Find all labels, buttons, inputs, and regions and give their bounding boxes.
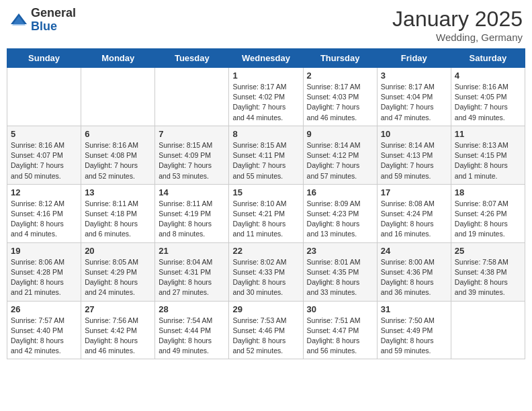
calendar-cell: 28Sunrise: 7:54 AMSunset: 4:44 PMDayligh…	[155, 301, 229, 359]
calendar-cell: 22Sunrise: 8:02 AMSunset: 4:33 PMDayligh…	[229, 242, 303, 301]
day-number: 20	[85, 246, 151, 256]
calendar-cell: 31Sunrise: 7:50 AMSunset: 4:49 PMDayligh…	[377, 301, 451, 359]
calendar-cell: 21Sunrise: 8:04 AMSunset: 4:31 PMDayligh…	[155, 242, 229, 301]
calendar-week-row: 5Sunrise: 8:16 AMSunset: 4:07 PMDaylight…	[7, 126, 525, 184]
day-number: 24	[381, 246, 447, 256]
day-number: 2	[307, 71, 373, 81]
day-info: Sunrise: 8:12 AMSunset: 4:16 PMDaylight:…	[11, 199, 77, 240]
day-info: Sunrise: 8:14 AMSunset: 4:13 PMDaylight:…	[381, 140, 447, 181]
calendar-title: January 2025	[392, 7, 523, 32]
logo-blue-text: Blue	[31, 20, 76, 34]
weekday-header-monday: Monday	[81, 49, 155, 68]
day-number: 7	[159, 129, 225, 139]
calendar-cell	[81, 68, 155, 126]
weekday-header-row: SundayMondayTuesdayWednesdayThursdayFrid…	[7, 49, 525, 68]
calendar-cell: 5Sunrise: 8:16 AMSunset: 4:07 PMDaylight…	[7, 126, 81, 184]
day-info: Sunrise: 8:17 AMSunset: 4:03 PMDaylight:…	[307, 82, 373, 123]
page-header: General Blue January 2025 Wedding, Germa…	[7, 7, 525, 43]
day-number: 21	[159, 246, 225, 256]
day-info: Sunrise: 8:16 AMSunset: 4:05 PMDaylight:…	[455, 82, 521, 123]
calendar-cell: 12Sunrise: 8:12 AMSunset: 4:16 PMDayligh…	[7, 184, 81, 242]
calendar-cell: 19Sunrise: 8:06 AMSunset: 4:28 PMDayligh…	[7, 242, 81, 301]
calendar-cell: 25Sunrise: 7:58 AMSunset: 4:38 PMDayligh…	[451, 242, 525, 301]
calendar-cell: 13Sunrise: 8:11 AMSunset: 4:18 PMDayligh…	[81, 184, 155, 242]
day-number: 29	[232, 304, 299, 314]
day-info: Sunrise: 8:16 AMSunset: 4:08 PMDaylight:…	[85, 140, 151, 181]
day-number: 6	[85, 129, 151, 139]
day-info: Sunrise: 7:57 AMSunset: 4:40 PMDaylight:…	[11, 316, 77, 357]
calendar-cell: 4Sunrise: 8:16 AMSunset: 4:05 PMDaylight…	[451, 68, 525, 126]
day-number: 9	[307, 129, 373, 139]
calendar-cell: 6Sunrise: 8:16 AMSunset: 4:08 PMDaylight…	[81, 126, 155, 184]
calendar-cell: 2Sunrise: 8:17 AMSunset: 4:03 PMDaylight…	[303, 68, 377, 126]
calendar-cell: 23Sunrise: 8:01 AMSunset: 4:35 PMDayligh…	[303, 242, 377, 301]
calendar-cell: 8Sunrise: 8:15 AMSunset: 4:11 PMDaylight…	[229, 126, 303, 184]
day-info: Sunrise: 8:14 AMSunset: 4:12 PMDaylight:…	[307, 140, 373, 181]
day-number: 10	[381, 129, 447, 139]
day-info: Sunrise: 7:56 AMSunset: 4:42 PMDaylight:…	[85, 316, 151, 357]
calendar-week-row: 12Sunrise: 8:12 AMSunset: 4:16 PMDayligh…	[7, 184, 525, 242]
day-number: 27	[85, 304, 151, 314]
day-info: Sunrise: 8:06 AMSunset: 4:28 PMDaylight:…	[11, 257, 77, 298]
day-number: 28	[159, 304, 225, 314]
day-info: Sunrise: 8:07 AMSunset: 4:26 PMDaylight:…	[455, 199, 521, 240]
day-number: 3	[381, 71, 447, 81]
calendar-cell: 20Sunrise: 8:05 AMSunset: 4:29 PMDayligh…	[81, 242, 155, 301]
calendar-cell: 1Sunrise: 8:17 AMSunset: 4:02 PMDaylight…	[229, 68, 303, 126]
day-number: 11	[455, 129, 521, 139]
day-info: Sunrise: 8:17 AMSunset: 4:02 PMDaylight:…	[232, 82, 299, 123]
day-number: 19	[11, 246, 77, 256]
calendar-cell: 27Sunrise: 7:56 AMSunset: 4:42 PMDayligh…	[81, 301, 155, 359]
calendar-cell	[155, 68, 229, 126]
calendar-cell	[451, 301, 525, 359]
calendar-table: SundayMondayTuesdayWednesdayThursdayFrid…	[7, 48, 525, 359]
logo-text: General Blue	[31, 7, 76, 34]
calendar-cell: 16Sunrise: 8:09 AMSunset: 4:23 PMDayligh…	[303, 184, 377, 242]
weekday-header-wednesday: Wednesday	[229, 49, 303, 68]
day-info: Sunrise: 8:00 AMSunset: 4:36 PMDaylight:…	[381, 257, 447, 298]
day-info: Sunrise: 8:11 AMSunset: 4:18 PMDaylight:…	[85, 199, 151, 240]
day-number: 25	[455, 246, 521, 256]
day-number: 30	[307, 304, 373, 314]
logo-icon	[9, 11, 28, 30]
calendar-cell: 18Sunrise: 8:07 AMSunset: 4:26 PMDayligh…	[451, 184, 525, 242]
day-number: 31	[381, 304, 447, 314]
day-info: Sunrise: 8:09 AMSunset: 4:23 PMDaylight:…	[307, 199, 373, 240]
calendar-cell: 26Sunrise: 7:57 AMSunset: 4:40 PMDayligh…	[7, 301, 81, 359]
day-info: Sunrise: 8:13 AMSunset: 4:15 PMDaylight:…	[455, 140, 521, 181]
day-info: Sunrise: 7:58 AMSunset: 4:38 PMDaylight:…	[455, 257, 521, 298]
calendar-cell: 14Sunrise: 8:11 AMSunset: 4:19 PMDayligh…	[155, 184, 229, 242]
calendar-week-row: 26Sunrise: 7:57 AMSunset: 4:40 PMDayligh…	[7, 301, 525, 359]
day-number: 22	[232, 246, 299, 256]
logo-general: General	[31, 7, 76, 20]
day-number: 4	[455, 71, 521, 81]
day-info: Sunrise: 8:01 AMSunset: 4:35 PMDaylight:…	[307, 257, 373, 298]
day-number: 1	[232, 71, 299, 81]
calendar-cell: 29Sunrise: 7:53 AMSunset: 4:46 PMDayligh…	[229, 301, 303, 359]
day-info: Sunrise: 8:11 AMSunset: 4:19 PMDaylight:…	[159, 199, 225, 240]
calendar-subtitle: Wedding, Germany	[392, 32, 523, 43]
day-number: 15	[232, 187, 299, 197]
weekday-header-tuesday: Tuesday	[155, 49, 229, 68]
day-number: 13	[85, 187, 151, 197]
day-info: Sunrise: 7:54 AMSunset: 4:44 PMDaylight:…	[159, 316, 225, 357]
day-number: 17	[381, 187, 447, 197]
calendar-week-row: 19Sunrise: 8:06 AMSunset: 4:28 PMDayligh…	[7, 242, 525, 301]
logo: General Blue	[9, 7, 76, 34]
day-number: 5	[11, 129, 77, 139]
day-info: Sunrise: 7:51 AMSunset: 4:47 PMDaylight:…	[307, 316, 373, 357]
day-info: Sunrise: 8:16 AMSunset: 4:07 PMDaylight:…	[11, 140, 77, 181]
day-info: Sunrise: 7:53 AMSunset: 4:46 PMDaylight:…	[232, 316, 299, 357]
calendar-cell: 17Sunrise: 8:08 AMSunset: 4:24 PMDayligh…	[377, 184, 451, 242]
day-info: Sunrise: 8:10 AMSunset: 4:21 PMDaylight:…	[232, 199, 299, 240]
day-number: 26	[11, 304, 77, 314]
weekday-header-thursday: Thursday	[303, 49, 377, 68]
calendar-cell: 7Sunrise: 8:15 AMSunset: 4:09 PMDaylight…	[155, 126, 229, 184]
calendar-cell: 10Sunrise: 8:14 AMSunset: 4:13 PMDayligh…	[377, 126, 451, 184]
calendar-week-row: 1Sunrise: 8:17 AMSunset: 4:02 PMDaylight…	[7, 68, 525, 126]
weekday-header-sunday: Sunday	[7, 49, 81, 68]
day-info: Sunrise: 8:15 AMSunset: 4:09 PMDaylight:…	[159, 140, 225, 181]
day-number: 8	[232, 129, 299, 139]
day-info: Sunrise: 8:04 AMSunset: 4:31 PMDaylight:…	[159, 257, 225, 298]
weekday-header-saturday: Saturday	[451, 49, 525, 68]
